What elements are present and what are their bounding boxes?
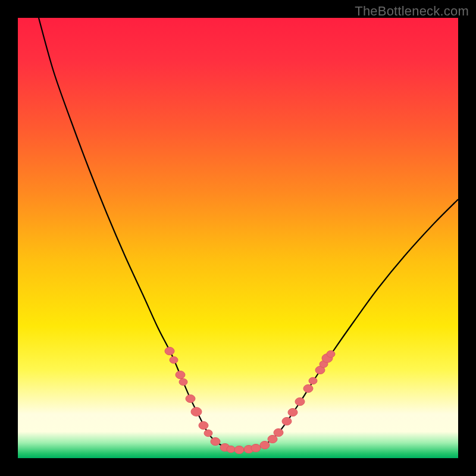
- data-marker: [179, 378, 187, 385]
- data-marker: [327, 350, 335, 357]
- data-marker: [274, 428, 283, 436]
- data-marker: [282, 417, 292, 425]
- data-marker: [211, 437, 220, 445]
- data-marker: [204, 430, 212, 436]
- chart-frame: TheBottleneck.com: [0, 0, 476, 476]
- data-marker: [295, 397, 305, 405]
- plot-area: [18, 18, 458, 458]
- data-marker: [199, 421, 208, 429]
- data-marker: [176, 371, 185, 378]
- data-marker: [303, 384, 313, 392]
- data-marker: [170, 356, 178, 363]
- data-marker: [309, 377, 317, 384]
- watermark-text: TheBottleneck.com: [355, 4, 469, 19]
- data-marker: [165, 347, 174, 355]
- data-marker: [234, 446, 244, 453]
- data-marker: [186, 394, 195, 402]
- data-marker: [288, 408, 298, 416]
- data-marker: [260, 441, 270, 449]
- marker-group: [165, 347, 335, 453]
- curve-overlay: [18, 18, 458, 458]
- data-marker: [191, 408, 202, 416]
- data-marker: [251, 444, 261, 452]
- data-marker: [227, 446, 235, 452]
- bottleneck-curve: [39, 18, 458, 450]
- data-marker: [268, 435, 277, 443]
